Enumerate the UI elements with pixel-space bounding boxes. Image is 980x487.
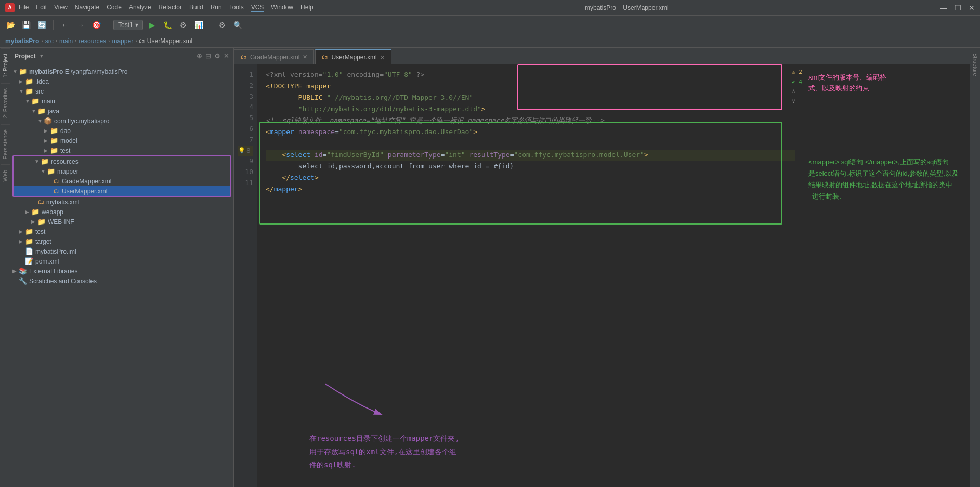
toolbar-coverage-btn[interactable]: ⚙ (177, 19, 190, 31)
tree-label: main (42, 98, 55, 105)
nav-mark-up[interactable]: ∧ (792, 87, 802, 96)
tree-item-test[interactable]: ▶ 📁 test (10, 227, 233, 236)
toolbar-open-btn[interactable]: 📂 (4, 19, 17, 31)
tree-item-external-libs[interactable]: ▶ 📚 External Libraries (10, 266, 233, 276)
project-icon-close[interactable]: ✕ (224, 52, 229, 60)
menu-analyze[interactable]: Analyze (129, 4, 151, 12)
toolbar-sep-1 (53, 20, 54, 30)
menu-build[interactable]: Build (189, 4, 203, 12)
project-dropdown-arrow[interactable]: ▾ (40, 52, 43, 59)
folder-icon: 📁 (31, 208, 40, 216)
nav-mark-down[interactable]: ∨ (792, 97, 802, 106)
code-line-10: </select> (266, 173, 795, 184)
tab-icon-active: 🗂 (322, 54, 328, 61)
tree-item-scratches[interactable]: 🔧 Scratches and Consoles (10, 276, 233, 286)
menu-help[interactable]: Help (300, 4, 313, 12)
menu-tools[interactable]: Tools (229, 4, 244, 12)
toolbar-forward-btn[interactable]: → (74, 19, 87, 31)
toolbar-target-btn[interactable]: 🎯 (90, 19, 102, 31)
tree-item-mapper-folder[interactable]: ▼ 📁 mapper (14, 166, 230, 176)
menu-run[interactable]: Run (211, 4, 222, 12)
menu-window[interactable]: Window (271, 4, 293, 12)
left-tab-web[interactable]: Web (1, 164, 10, 187)
breadcrumb-project[interactable]: mybatisPro (5, 37, 39, 45)
code-text: <select id="findUserById" parameterType=… (266, 150, 648, 161)
tree-label: webapp (42, 208, 63, 216)
left-tab-persistence[interactable]: Persistence (1, 124, 10, 164)
run-config-selector[interactable]: Test1 ▾ (113, 20, 143, 30)
menu-navigate[interactable]: Navigate (75, 4, 99, 12)
breadcrumb-src[interactable]: src (45, 37, 54, 45)
tree-item-usermapper[interactable]: 🗂 UserMapper.xml (14, 186, 230, 196)
tree-item-resources[interactable]: ▼ 📁 resources (14, 156, 230, 166)
tree-item-dao[interactable]: ▶ 📁 dao (10, 126, 233, 136)
breadcrumb-resources[interactable]: resources (79, 37, 106, 45)
tree-item-java[interactable]: ▼ 📁 java (10, 106, 233, 116)
close-button[interactable]: ✕ (969, 4, 975, 12)
folder-icon: 📁 (19, 68, 27, 75)
pom-file-icon: 📝 (25, 257, 33, 265)
tree-item-model[interactable]: ▶ 📁 model (10, 136, 233, 146)
tree-item-mybatispro[interactable]: ▼ 📁 mybatisPro E:\yangfan\mybatisPro (10, 67, 233, 76)
toolbar-back-btn[interactable]: ← (59, 19, 71, 31)
tree-item-package[interactable]: ▼ 📦 com.ffyc.mybatispro (10, 116, 233, 126)
tree-arrow: ▶ (12, 268, 18, 274)
tree-label: java (48, 108, 59, 115)
code-text: PUBLIC "-//mybatis.org//DTD Mapper 3.0//… (266, 93, 473, 103)
tree-label: mybatis.xml (46, 199, 79, 206)
xml-file-icon: 🗂 (53, 187, 60, 195)
tree-item-grademapper[interactable]: 🗂 GradeMapper.xml (14, 176, 230, 186)
left-tab-favorites[interactable]: 2: Favorites (1, 83, 10, 123)
tree-item-webinf[interactable]: ▶ 📁 WEB-INF (10, 217, 233, 227)
project-icon-collapse[interactable]: ⊟ (205, 52, 211, 60)
tree-item-webapp[interactable]: ▶ 📁 webapp (10, 207, 233, 217)
tree-item-test-pkg[interactable]: ▶ 📁 test (10, 146, 233, 155)
tab-close-grademapper[interactable]: ✕ (303, 54, 307, 60)
tree-item-src[interactable]: ▼ 📁 src (10, 86, 233, 96)
menu-file[interactable]: File (19, 4, 29, 12)
menu-view[interactable]: View (54, 4, 68, 12)
toolbar-sync-btn[interactable]: 🔄 (35, 19, 48, 31)
toolbar-run-btn[interactable]: ▶ (146, 19, 159, 31)
toolbar-search-btn[interactable]: 🔍 (232, 19, 244, 31)
tree-arrow: ▶ (19, 229, 24, 234)
project-icon-settings[interactable]: ⚙ (214, 52, 220, 60)
tree-item-idea[interactable]: ▶ 📁 .idea (10, 76, 233, 86)
line-num-7: 7 (238, 135, 253, 146)
tree-item-mybatisxml[interactable]: 🗂 mybatis.xml (10, 197, 233, 207)
project-icon-locate[interactable]: ⊕ (197, 52, 202, 60)
tab-label: GradeMapper.xml (250, 54, 299, 61)
breadcrumb-sep-3: › (75, 38, 76, 44)
left-tab-project[interactable]: 1: Project (1, 48, 10, 83)
menu-bar[interactable]: File Edit View Navigate Code Analyze Ref… (19, 4, 313, 12)
tab-usermapper[interactable]: 🗂 UserMapper.xml ✕ (315, 49, 391, 64)
breadcrumb-mapper[interactable]: mapper (112, 37, 133, 45)
tree-item-target[interactable]: ▶ 📁 target (10, 236, 233, 246)
menu-edit[interactable]: Edit (36, 4, 47, 12)
win-controls[interactable]: — ❐ ✕ (940, 4, 975, 12)
toolbar-save-btn[interactable]: 💾 (20, 19, 32, 31)
toolbar-profile-btn[interactable]: 📊 (193, 19, 205, 31)
tree-item-main[interactable]: ▼ 📁 main (10, 96, 233, 106)
code-text: <mapper namespace="com.ffyc.mybatispro.d… (266, 127, 477, 138)
gutter-marks: ⚠ 2 ✔ 4 ∧ ∨ (792, 68, 802, 106)
breadcrumb-main[interactable]: main (59, 37, 73, 45)
restore-button[interactable]: ❐ (955, 4, 961, 12)
menu-vcs[interactable]: VCS (251, 4, 264, 12)
code-area[interactable]: <?xml version="1.0" encoding="UTF-8" ?> … (257, 64, 803, 487)
menu-refactor[interactable]: Refactor (159, 4, 182, 12)
minimize-button[interactable]: — (940, 4, 947, 12)
toolbar-debug-btn[interactable]: 🐛 (162, 19, 174, 31)
line-num-10: 10 (238, 167, 253, 178)
toolbar-settings-btn[interactable]: ⚙ (216, 19, 229, 31)
menu-code[interactable]: Code (107, 4, 122, 12)
right-tab-structure[interactable]: Structure (971, 48, 980, 82)
tab-close-usermapper[interactable]: ✕ (380, 54, 385, 61)
tree-item-iml[interactable]: 📄 mybatisPro.iml (10, 246, 233, 256)
tree-item-pomxml[interactable]: 📝 pom.xml (10, 256, 233, 266)
tab-grademapper[interactable]: 🗂 GradeMapper.xml ✕ (234, 49, 314, 64)
breadcrumb-sep-4: › (108, 38, 110, 44)
tree-arrow: ▼ (34, 159, 40, 164)
folder-icon: 📁 (31, 97, 40, 105)
project-panel-title: Project (15, 52, 36, 60)
